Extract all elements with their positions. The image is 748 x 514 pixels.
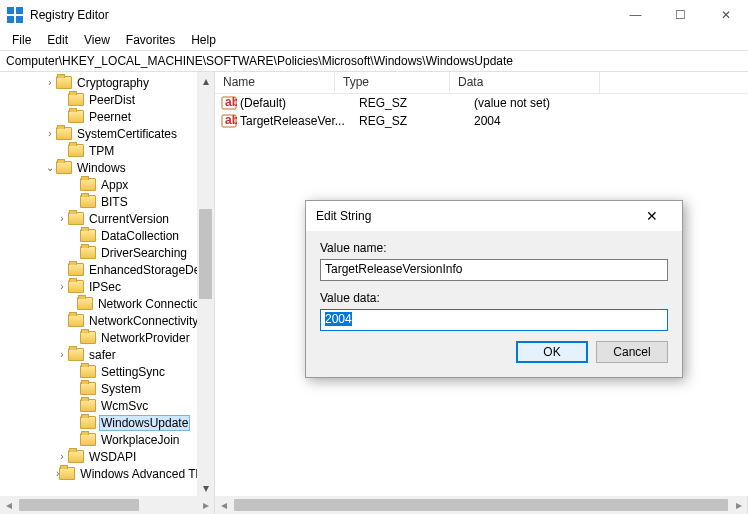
column-name[interactable]: Name [215,72,335,93]
scroll-up-icon[interactable]: ▴ [197,72,214,89]
menu-file[interactable]: File [4,31,39,49]
row-name: (Default) [240,96,351,110]
tree-node[interactable]: BITS [0,193,214,210]
tree-node[interactable]: Peernet [0,108,214,125]
tree-node[interactable]: TPM [0,142,214,159]
folder-icon [68,314,84,327]
row-name: TargetReleaseVer... [240,114,351,128]
tree-node[interactable]: WcmSvc [0,397,214,414]
ok-button[interactable]: OK [516,341,588,363]
folder-icon [68,348,84,361]
folder-icon [80,382,96,395]
row-data: 2004 [466,114,616,128]
dialog-close-icon[interactable]: ✕ [632,208,672,224]
folder-icon [80,433,96,446]
chevron-right-icon[interactable]: › [56,281,68,292]
tree-node[interactable]: DriverSearching [0,244,214,261]
tree-node[interactable]: NetworkConnectivityStatusIndicator [0,312,214,329]
minimize-button[interactable]: — [613,0,658,30]
chevron-right-icon[interactable]: › [56,451,68,462]
menu-favorites[interactable]: Favorites [118,31,183,49]
close-button[interactable]: ✕ [703,0,748,30]
column-data[interactable]: Data [450,72,600,93]
tree-node-label: Appx [99,178,130,192]
menu-help[interactable]: Help [183,31,224,49]
row-type: REG_SZ [351,96,466,110]
tree-node-label: WSDAPI [87,450,138,464]
hscroll-right-icon[interactable]: ▸ [197,498,214,512]
scroll-down-icon[interactable]: ▾ [197,479,214,496]
value-data-label: Value data: [320,291,668,305]
hscroll-thumb-left[interactable] [19,499,139,511]
svg-rect-0 [7,7,14,14]
tree[interactable]: ›CryptographyPeerDistPeernet›SystemCerti… [0,74,214,482]
folder-icon [80,416,96,429]
string-value-icon: ab [221,95,237,111]
tree-node[interactable]: PeerDist [0,91,214,108]
folder-icon [68,212,84,225]
folder-icon [80,331,96,344]
tree-node-label: BITS [99,195,130,209]
tree-node[interactable]: Appx [0,176,214,193]
tree-node[interactable]: EnhancedStorageDevices [0,261,214,278]
tree-node[interactable]: ⌄Windows [0,159,214,176]
scroll-thumb[interactable] [199,209,212,299]
tree-node[interactable]: ›Windows Advanced Threat Protection [0,465,214,482]
folder-icon [68,263,84,276]
tree-node-label: NetworkConnectivityStatusIndicator [87,314,215,328]
chevron-right-icon[interactable]: › [44,128,56,139]
edit-string-dialog: Edit String ✕ Value name: TargetReleaseV… [305,200,683,378]
folder-icon [68,280,84,293]
hscroll-thumb-right[interactable] [234,499,728,511]
tree-node[interactable]: DataCollection [0,227,214,244]
tree-scrollbar[interactable]: ▴ ▾ [197,72,214,496]
svg-text:ab: ab [225,113,237,127]
dialog-titlebar: Edit String ✕ [306,201,682,231]
tree-node-label: DriverSearching [99,246,189,260]
menu-bar: File Edit View Favorites Help [0,30,748,50]
tree-node[interactable]: ›IPSec [0,278,214,295]
svg-rect-2 [7,16,14,23]
menu-edit[interactable]: Edit [39,31,76,49]
tree-pane: ›CryptographyPeerDistPeernet›SystemCerti… [0,72,215,496]
folder-icon [80,365,96,378]
column-type[interactable]: Type [335,72,450,93]
hscroll-left-icon[interactable]: ◂ [0,498,17,512]
svg-rect-3 [16,16,23,23]
address-bar[interactable]: Computer\HKEY_LOCAL_MACHINE\SOFTWARE\Pol… [0,50,748,72]
folder-icon [68,450,84,463]
value-name-input[interactable]: TargetReleaseVersionInfo [320,259,668,281]
hscroll-left-icon[interactable]: ◂ [215,498,232,512]
chevron-right-icon[interactable]: › [56,349,68,360]
window-title: Registry Editor [30,8,109,22]
folder-icon [56,76,72,89]
tree-node[interactable]: ›CurrentVersion [0,210,214,227]
cancel-button[interactable]: Cancel [596,341,668,363]
tree-node[interactable]: SettingSync [0,363,214,380]
tree-node-label: SystemCertificates [75,127,179,141]
tree-node[interactable]: WorkplaceJoin [0,431,214,448]
list-header: Name Type Data [215,72,748,94]
list-row[interactable]: abTargetReleaseVer...REG_SZ2004 [215,112,748,130]
maximize-button[interactable]: ☐ [658,0,703,30]
tree-node[interactable]: WindowsUpdate [0,414,214,431]
list-row[interactable]: ab(Default)REG_SZ(value not set) [215,94,748,112]
value-data-input[interactable]: 2004 [320,309,668,331]
chevron-right-icon[interactable]: › [56,213,68,224]
tree-node[interactable]: NetworkProvider [0,329,214,346]
tree-node[interactable]: ›WSDAPI [0,448,214,465]
tree-node[interactable]: System [0,380,214,397]
tree-node[interactable]: ›Cryptography [0,74,214,91]
menu-view[interactable]: View [76,31,118,49]
chevron-down-icon[interactable]: ⌄ [44,162,56,173]
tree-node[interactable]: Network Connections [0,295,214,312]
chevron-right-icon[interactable]: › [44,77,56,88]
tree-node-label: safer [87,348,118,362]
tree-node[interactable]: ›safer [0,346,214,363]
hscroll-right-icon[interactable]: ▸ [730,498,747,512]
tree-node[interactable]: ›SystemCertificates [0,125,214,142]
tree-node-label: Windows [75,161,128,175]
folder-icon [80,178,96,191]
tree-node-label: System [99,382,143,396]
dialog-title: Edit String [316,209,371,223]
